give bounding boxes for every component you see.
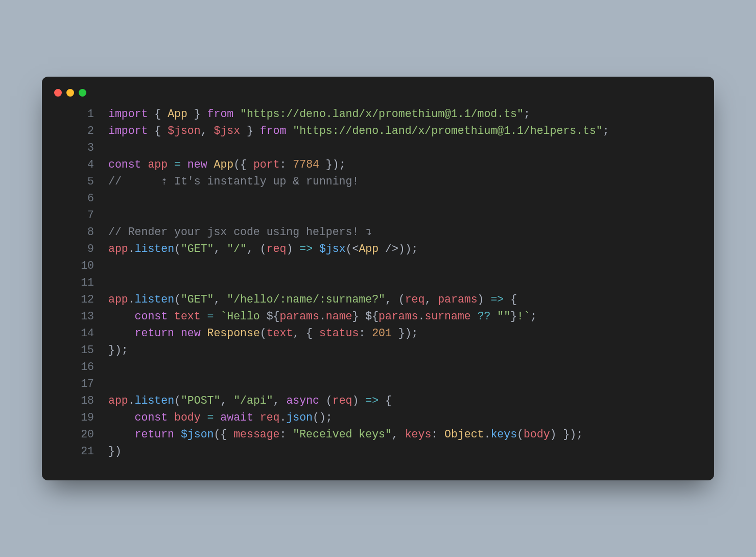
line-content[interactable]: // ⇡ It's instantly up & running!	[108, 173, 359, 190]
code-line[interactable]: 12app.listen("GET", "/hello/:name/:surna…	[42, 291, 714, 308]
line-content[interactable]: import { $json, $jsx } from "https://den…	[108, 123, 609, 140]
code-line[interactable]: 11	[42, 274, 714, 291]
line-content[interactable]: app.listen("POST", "/api", async (req) =…	[108, 392, 392, 409]
line-content[interactable]	[108, 207, 115, 224]
code-line[interactable]: 6	[42, 190, 714, 207]
zoom-icon[interactable]	[79, 89, 86, 97]
code-line[interactable]: 21})	[42, 443, 714, 460]
line-content[interactable]: app.listen("GET", "/", (req) => $jsx(<Ap…	[108, 241, 418, 258]
line-number: 9	[42, 241, 108, 258]
line-content[interactable]: import { App } from "https://deno.land/x…	[108, 106, 530, 123]
line-content[interactable]: const text = `Hello ${params.name} ${par…	[108, 308, 537, 325]
line-content[interactable]	[108, 359, 115, 376]
line-number: 1	[42, 106, 108, 123]
line-content[interactable]: // Render your jsx code using helpers! ↴	[108, 224, 372, 241]
code-editor[interactable]: 1import { App } from "https://deno.land/…	[42, 106, 714, 460]
line-number: 3	[42, 140, 108, 156]
line-number: 15	[42, 342, 108, 359]
code-line[interactable]: 16	[42, 359, 714, 376]
code-line[interactable]: 13 const text = `Hello ${params.name} ${…	[42, 308, 714, 325]
code-line[interactable]: 9app.listen("GET", "/", (req) => $jsx(<A…	[42, 241, 714, 258]
code-line[interactable]: 18app.listen("POST", "/api", async (req)…	[42, 392, 714, 409]
code-line[interactable]: 1import { App } from "https://deno.land/…	[42, 106, 714, 123]
code-line[interactable]: 15});	[42, 342, 714, 359]
line-number: 11	[42, 274, 108, 291]
code-line[interactable]: 20 return $json({ message: "Received key…	[42, 426, 714, 443]
line-number: 16	[42, 359, 108, 376]
line-content[interactable]: })	[108, 443, 122, 460]
code-line[interactable]: 8// Render your jsx code using helpers! …	[42, 224, 714, 241]
line-number: 12	[42, 291, 108, 308]
minimize-icon[interactable]	[66, 89, 74, 97]
line-content[interactable]: const body = await req.json();	[108, 409, 333, 426]
line-number: 8	[42, 224, 108, 241]
window-titlebar	[42, 89, 714, 106]
code-line[interactable]: 14 return new Response(text, { status: 2…	[42, 325, 714, 342]
code-line[interactable]: 17	[42, 376, 714, 392]
line-content[interactable]	[108, 190, 115, 207]
line-number: 4	[42, 156, 108, 173]
line-number: 21	[42, 443, 108, 460]
line-content[interactable]: const app = new App({ port: 7784 });	[108, 156, 346, 173]
line-number: 5	[42, 173, 108, 190]
code-line[interactable]: 7	[42, 207, 714, 224]
code-window: 1import { App } from "https://deno.land/…	[42, 77, 714, 480]
line-number: 20	[42, 426, 108, 443]
line-number: 13	[42, 308, 108, 325]
line-number: 17	[42, 376, 108, 392]
code-line[interactable]: 19 const body = await req.json();	[42, 409, 714, 426]
line-number: 7	[42, 207, 108, 224]
line-content[interactable]: app.listen("GET", "/hello/:name/:surname…	[108, 291, 517, 308]
line-number: 6	[42, 190, 108, 207]
line-content[interactable]	[108, 274, 115, 291]
line-content[interactable]: });	[108, 342, 128, 359]
line-content[interactable]	[108, 258, 115, 274]
line-content[interactable]: return new Response(text, { status: 201 …	[108, 325, 418, 342]
line-number: 18	[42, 392, 108, 409]
line-content[interactable]: return $json({ message: "Received keys",…	[108, 426, 583, 443]
line-number: 14	[42, 325, 108, 342]
line-content[interactable]	[108, 376, 115, 392]
line-number: 19	[42, 409, 108, 426]
line-number: 2	[42, 123, 108, 140]
code-line[interactable]: 4const app = new App({ port: 7784 });	[42, 156, 714, 173]
line-content[interactable]	[108, 140, 115, 156]
close-icon[interactable]	[54, 89, 62, 97]
line-number: 10	[42, 258, 108, 274]
code-line[interactable]: 10	[42, 258, 714, 274]
code-line[interactable]: 3	[42, 140, 714, 156]
code-line[interactable]: 2import { $json, $jsx } from "https://de…	[42, 123, 714, 140]
code-line[interactable]: 5// ⇡ It's instantly up & running!	[42, 173, 714, 190]
